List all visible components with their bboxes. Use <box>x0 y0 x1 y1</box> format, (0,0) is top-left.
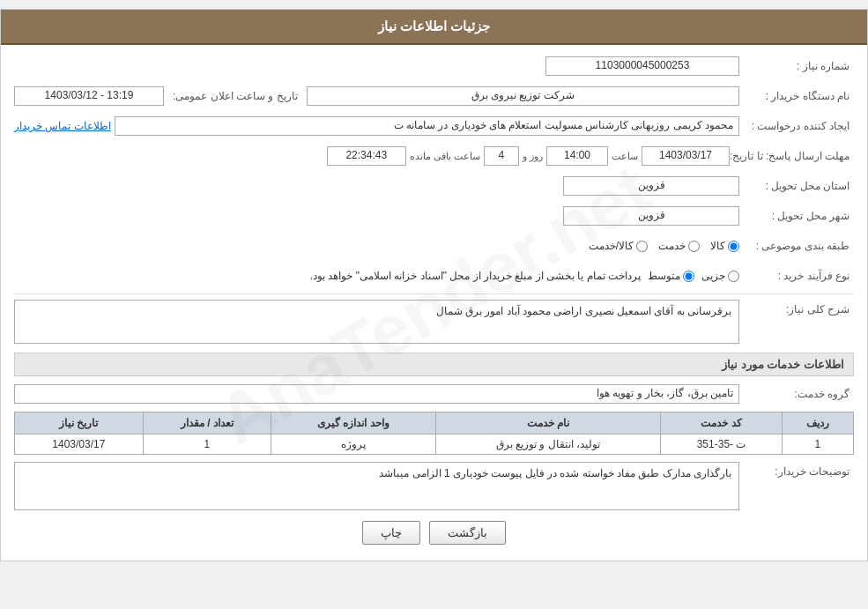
service-group-label: گروه خدمت: <box>739 388 854 400</box>
purchase-type-group: جزیی متوسط پرداخت تمام یا بخشی از مبلغ خ… <box>14 270 739 282</box>
creator-contact-link[interactable]: اطلاعات تماس خریدار <box>14 120 111 132</box>
need-number-label: شماره نیاز : <box>739 60 854 72</box>
deadline-remaining: 22:34:43 <box>327 146 406 166</box>
buyer-desc-value: بارگذاری مدارک طبق مفاد خواسته شده در فا… <box>14 462 739 510</box>
button-row: بازگشت چاپ <box>14 521 854 545</box>
subject-option-kala-khedmat[interactable]: کالا/خدمت <box>589 240 648 252</box>
purchase-type-jozi[interactable]: جزیی <box>701 270 739 282</box>
creator-value: محمود کریمی روزبهانی کارشناس مسولیت استع… <box>115 116 739 136</box>
col-service-code: کد خدمت <box>661 412 782 434</box>
purchase-note: پرداخت تمام یا بخشی از مبلغ خریدار از مح… <box>14 270 641 282</box>
col-date: تاریخ نیاز <box>15 412 144 434</box>
deadline-date: 1403/03/17 <box>642 146 730 166</box>
purchase-type-motavaset[interactable]: متوسط <box>648 270 694 282</box>
city-label: شهر محل تحویل : <box>739 210 854 222</box>
service-group-value: تامین برق، گاز، بخار و تهویه هوا <box>14 384 739 404</box>
deadline-days: 4 <box>484 146 519 166</box>
deadline-label: مهلت ارسال پاسخ: تا تاریخ: <box>730 150 854 162</box>
table-cell-3: پروژه <box>271 434 435 455</box>
services-section-title: اطلاعات خدمات مورد نیاز <box>14 353 854 376</box>
subject-label: طبقه بندی موضوعی : <box>739 240 854 252</box>
divider-1 <box>14 293 854 294</box>
deadline-time: 14:00 <box>546 146 608 166</box>
announcement-date-value: 1403/03/12 - 13:19 <box>14 86 164 106</box>
requester-org-value: شرکت توزیع نیروی برق <box>307 86 739 106</box>
deadline-remaining-label: ساعت باقی مانده <box>410 151 480 162</box>
table-cell-0: 1 <box>782 434 853 455</box>
creator-label: ایجاد کننده درخواست : <box>739 120 854 132</box>
description-value: برقرسانی به آقای اسمعیل نصیری اراضی محمو… <box>14 300 739 344</box>
buyer-desc-label: توضیحات خریدار: <box>739 462 854 478</box>
services-table: ردیف کد خدمت نام خدمت واحد اندازه گیری ت… <box>14 412 854 455</box>
province-value: قزوین <box>563 176 739 196</box>
back-button[interactable]: بازگشت <box>429 521 506 545</box>
deadline-days-label: روز و <box>523 151 543 162</box>
description-label: شرح کلی نیاز: <box>739 300 854 316</box>
table-cell-5: 1403/03/17 <box>15 434 144 455</box>
table-cell-4: 1 <box>143 434 271 455</box>
col-row: ردیف <box>782 412 853 434</box>
table-row: 1ت -35-351تولید، انتقال و توزیع برقپروژه… <box>15 434 854 455</box>
col-service-name: نام خدمت <box>435 412 661 434</box>
city-value: قزوین <box>563 206 739 226</box>
col-quantity: تعداد / مقدار <box>143 412 271 434</box>
col-unit: واحد اندازه گیری <box>271 412 435 434</box>
purchase-type-label: نوع فرآیند خرید : <box>739 270 854 282</box>
province-label: استان محل تحویل : <box>739 180 854 192</box>
page-title: جزئیات اطلاعات نیاز <box>378 19 490 33</box>
table-cell-2: تولید، انتقال و توزیع برق <box>435 434 661 455</box>
subject-option-kala[interactable]: کالا <box>710 240 739 252</box>
print-button[interactable]: چاپ <box>362 521 420 545</box>
need-number-value: 1103000045000253 <box>545 56 739 76</box>
table-cell-1: ت -35-351 <box>661 434 782 455</box>
deadline-time-label: ساعت <box>612 151 638 162</box>
subject-option-khedmat[interactable]: خدمت <box>658 240 700 252</box>
subject-type-group: کالا خدمت کالا/خدمت <box>14 240 739 252</box>
page-header: جزئیات اطلاعات نیاز <box>1 10 867 45</box>
requester-org-label: نام دستگاه خریدار : <box>739 90 854 102</box>
announcement-date-label: تاریخ و ساعت اعلان عمومی: <box>167 90 303 102</box>
